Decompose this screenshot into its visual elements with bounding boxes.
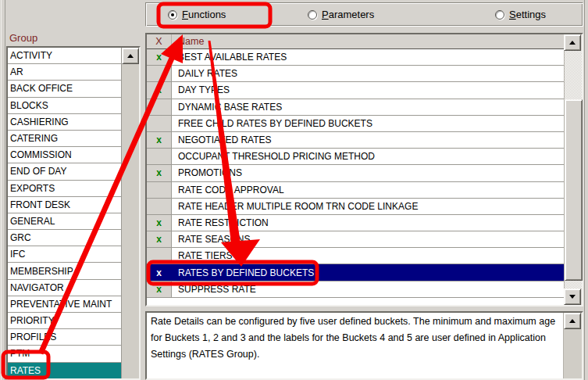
active-x-mark: x — [147, 215, 172, 231]
table-row-suppress-rate[interactable]: xSUPPRESS RATE — [147, 281, 564, 298]
radio-label: Functions — [182, 9, 226, 20]
arrow-up-icon — [569, 41, 576, 45]
table-row-rate-tiers[interactable]: RATE TIERS — [147, 248, 564, 264]
group-item-general[interactable]: GENERAL — [8, 213, 121, 230]
radio-button-icon — [168, 10, 177, 20]
functions-table: X Name xBEST AVAILABLE RATESDAILY RATESx… — [145, 33, 583, 307]
function-name: RATES BY DEFINED BUCKETS — [172, 264, 564, 280]
function-name: RATE CODE APPROVAL — [172, 182, 564, 198]
group-item-priority[interactable]: PRIORITY — [8, 313, 121, 329]
column-header-x: X — [147, 34, 172, 48]
application-config-window: { "radio_bar": { "options": [ { "label":… — [0, 0, 588, 380]
empty-x-cell — [147, 116, 172, 131]
table-row-occupant-threshold-pricing-method[interactable]: OCCUPANT THRESHOLD PRICING METHOD — [147, 149, 564, 165]
arrow-up-icon — [127, 54, 134, 58]
function-name: RATE TIERS — [172, 248, 564, 263]
tab-radio-bar: FunctionsParametersSettings — [145, 2, 583, 27]
group-item-end-of-day[interactable]: END OF DAY — [8, 163, 121, 180]
table-row-rates-by-defined-buckets[interactable]: xRATES BY DEFINED BUCKETS — [147, 264, 564, 281]
radio-functions[interactable]: Functions — [168, 9, 226, 20]
table-scrollbar[interactable] — [564, 34, 582, 305]
group-item-rates[interactable]: RATES — [8, 363, 121, 378]
empty-x-cell — [147, 149, 172, 164]
function-name: RATE SEASONS — [172, 231, 564, 247]
empty-x-cell — [147, 182, 172, 198]
group-item-blocks[interactable]: BLOCKS — [8, 98, 121, 114]
table-row-rate-header-multiple-room-trn-code-linkage[interactable]: RATE HEADER MULTIPLE ROOM TRN CODE LINKA… — [147, 199, 564, 215]
function-name: DYNAMIC BASE RATES — [172, 99, 564, 115]
group-panel-title: Group — [9, 32, 37, 44]
group-item-grc[interactable]: GRC — [8, 230, 121, 246]
arrow-down-icon — [569, 295, 576, 299]
radio-button-icon — [495, 10, 504, 20]
radio-parameters[interactable]: Parameters — [308, 9, 374, 20]
scrollbar-thumb[interactable] — [565, 99, 583, 281]
active-x-mark: x — [147, 49, 172, 65]
function-name: SUPPRESS RATE — [172, 281, 564, 297]
function-name: OCCUPANT THRESHOLD PRICING METHOD — [172, 149, 564, 164]
table-body: xBEST AVAILABLE RATESDAILY RATESxDAY TYP… — [147, 49, 564, 298]
table-row-rate-code-approval[interactable]: RATE CODE APPROVAL — [147, 182, 564, 199]
arrow-up-icon — [569, 319, 576, 323]
description-panel: Rate Details can be configured by five u… — [145, 311, 583, 380]
empty-x-cell — [147, 99, 172, 115]
column-header-name: Name — [172, 34, 564, 48]
group-listbox: ACTIVITYARBACK OFFICEBLOCKSCASHIERINGCAT… — [6, 46, 141, 380]
group-item-navigator[interactable]: NAVIGATOR — [8, 280, 121, 296]
radio-button-icon — [308, 10, 317, 20]
window-frame-left — [1, 0, 5, 380]
group-item-ar[interactable]: AR — [8, 64, 121, 81]
group-item-preventative-maint[interactable]: PREVENTATIVE MAINT — [8, 296, 121, 313]
group-item-cashiering[interactable]: CASHIERING — [8, 114, 121, 131]
group-item-activity[interactable]: ACTIVITY — [8, 48, 121, 64]
group-item-profiles[interactable]: PROFILES — [8, 329, 121, 346]
function-name: PROMOTIONS — [172, 165, 564, 181]
group-item-catering[interactable]: CATERING — [8, 131, 121, 147]
table-row-best-available-rates[interactable]: xBEST AVAILABLE RATES — [147, 49, 564, 66]
table-header-row: X Name — [147, 34, 564, 49]
function-name: BEST AVAILABLE RATES — [172, 49, 564, 65]
group-item-ifc[interactable]: IFC — [8, 246, 121, 263]
group-item-commission[interactable]: COMMISSION — [8, 147, 121, 163]
active-x-mark: x — [147, 132, 172, 148]
empty-x-cell — [147, 248, 172, 263]
function-name: FREE CHILD RATES BY DEFINED BUCKETS — [172, 116, 564, 131]
window-frame-right — [584, 0, 588, 380]
scrollbar-track[interactable] — [564, 51, 582, 289]
empty-x-cell — [147, 199, 172, 214]
table-row-promotions[interactable]: xPROMOTIONS — [147, 165, 564, 181]
empty-x-cell — [147, 66, 172, 81]
table-row-day-types[interactable]: xDAY TYPES — [147, 82, 564, 99]
scroll-down-button[interactable] — [564, 289, 581, 305]
group-item-exports[interactable]: EXPORTS — [8, 181, 121, 197]
table-row-rate-restriction[interactable]: xRATE RESTRICTION — [147, 215, 564, 231]
radio-label: Parameters — [322, 9, 374, 20]
table-row-dynamic-base-rates[interactable]: DYNAMIC BASE RATES — [147, 99, 564, 116]
active-x-mark: x — [147, 231, 172, 247]
scroll-up-button[interactable] — [564, 313, 581, 329]
active-x-mark: x — [147, 82, 172, 98]
function-name: DAY TYPES — [172, 82, 564, 98]
table-row-daily-rates[interactable]: DAILY RATES — [147, 66, 564, 82]
function-name: NEGOTIATED RATES — [172, 132, 564, 148]
function-name: RATE RESTRICTION — [172, 215, 564, 231]
radio-label: Settings — [509, 9, 546, 20]
scroll-up-button[interactable] — [122, 48, 139, 64]
group-list-scrollbar[interactable] — [121, 48, 139, 378]
table-row-free-child-rates-by-defined-buckets[interactable]: FREE CHILD RATES BY DEFINED BUCKETS — [147, 116, 564, 132]
group-item-ptm[interactable]: PTM — [8, 346, 121, 362]
group-item-membership[interactable]: MEMBERSHIP — [8, 263, 121, 279]
table-row-negotiated-rates[interactable]: xNEGOTIATED RATES — [147, 132, 564, 149]
scroll-up-button[interactable] — [564, 34, 581, 51]
active-x-mark: x — [147, 165, 172, 181]
function-description-text: Rate Details can be configured by five u… — [151, 314, 558, 363]
group-list: ACTIVITYARBACK OFFICEBLOCKSCASHIERINGCAT… — [8, 48, 121, 378]
function-name: RATE HEADER MULTIPLE ROOM TRN CODE LINKA… — [172, 199, 564, 214]
active-x-mark: x — [147, 281, 172, 297]
table-row-rate-seasons[interactable]: xRATE SEASONS — [147, 231, 564, 248]
function-name: DAILY RATES — [172, 66, 564, 81]
group-item-front-desk[interactable]: FRONT DESK — [8, 197, 121, 213]
description-scrollbar[interactable] — [563, 313, 582, 378]
radio-settings[interactable]: Settings — [495, 9, 546, 20]
group-item-back-office[interactable]: BACK OFFICE — [8, 81, 121, 97]
